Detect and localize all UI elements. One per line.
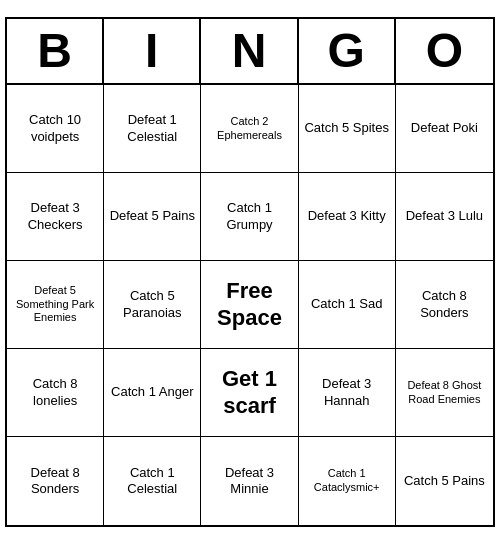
bingo-cell-1: Defeat 1 Celestial [104, 85, 201, 173]
bingo-cell-10: Defeat 5 Something Park Enemies [7, 261, 104, 349]
bingo-letter-g: G [299, 19, 396, 83]
bingo-grid: Catch 10 voidpetsDefeat 1 CelestialCatch… [7, 85, 493, 525]
bingo-header: BINGO [7, 19, 493, 85]
bingo-letter-b: B [7, 19, 104, 83]
bingo-cell-14: Catch 8 Sonders [396, 261, 493, 349]
bingo-cell-3: Catch 5 Spites [299, 85, 396, 173]
bingo-cell-15: Catch 8 lonelies [7, 349, 104, 437]
bingo-cell-13: Catch 1 Sad [299, 261, 396, 349]
bingo-cell-6: Defeat 5 Pains [104, 173, 201, 261]
bingo-cell-21: Catch 1 Celestial [104, 437, 201, 525]
bingo-cell-0: Catch 10 voidpets [7, 85, 104, 173]
bingo-cell-4: Defeat Poki [396, 85, 493, 173]
bingo-cell-11: Catch 5 Paranoias [104, 261, 201, 349]
bingo-cell-7: Catch 1 Grumpy [201, 173, 298, 261]
bingo-letter-o: O [396, 19, 493, 83]
bingo-cell-24: Catch 5 Pains [396, 437, 493, 525]
bingo-cell-5: Defeat 3 Checkers [7, 173, 104, 261]
bingo-cell-20: Defeat 8 Sonders [7, 437, 104, 525]
bingo-cell-17: Get 1 scarf [201, 349, 298, 437]
bingo-cell-19: Defeat 8 Ghost Road Enemies [396, 349, 493, 437]
bingo-cell-16: Catch 1 Anger [104, 349, 201, 437]
bingo-cell-22: Defeat 3 Minnie [201, 437, 298, 525]
bingo-card: BINGO Catch 10 voidpetsDefeat 1 Celestia… [5, 17, 495, 527]
bingo-letter-n: N [201, 19, 298, 83]
bingo-cell-12: Free Space [201, 261, 298, 349]
bingo-cell-8: Defeat 3 Kitty [299, 173, 396, 261]
bingo-cell-2: Catch 2 Ephemereals [201, 85, 298, 173]
bingo-cell-9: Defeat 3 Lulu [396, 173, 493, 261]
bingo-cell-18: Defeat 3 Hannah [299, 349, 396, 437]
bingo-cell-23: Catch 1 Cataclysmic+ [299, 437, 396, 525]
bingo-letter-i: I [104, 19, 201, 83]
